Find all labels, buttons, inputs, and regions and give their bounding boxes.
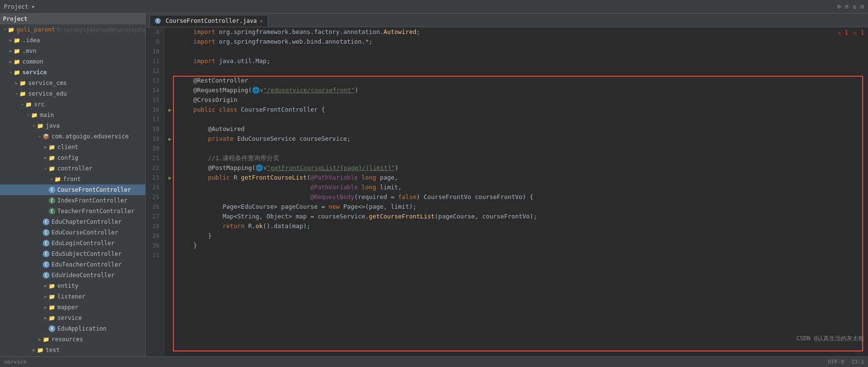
- chevron-icon: ▶: [8, 49, 14, 53]
- gutter-10: [165, 47, 175, 56]
- sidebar-item-course-front-controller[interactable]: C CourseFrontController: [0, 184, 145, 195]
- main-label: main: [40, 112, 54, 118]
- equals2: =: [322, 202, 329, 212]
- gutter-23[interactable]: ▶: [165, 173, 175, 183]
- line-num-23: 23: [146, 173, 162, 183]
- project-label[interactable]: Project: [4, 3, 29, 10]
- controller-icon: C: [49, 208, 55, 215]
- sidebar-item-package[interactable]: ▾ 📦 com.atguigu.eduservice: [0, 131, 145, 142]
- tab-close-button[interactable]: ×: [260, 18, 263, 24]
- var-course-service: courseService;: [299, 134, 350, 144]
- run-icon-2[interactable]: ▶: [169, 136, 172, 142]
- code-line-25: @RequestBody(required = false) CourseFro…: [179, 192, 868, 202]
- tree-root[interactable]: ▾ 📁 guli_parent D:\study\java\code\proje…: [0, 24, 145, 35]
- sidebar-item-edu-chapter-controller[interactable]: C EduChapterController: [0, 217, 145, 227]
- return-call: R.: [248, 221, 255, 231]
- sidebar-item-controller[interactable]: ▾ 📁 controller: [0, 163, 145, 174]
- gutter-18: [165, 124, 175, 134]
- sidebar-item-main[interactable]: ▾ 📁 main: [0, 110, 145, 120]
- import-path: org.springframework.beans.factory.annota…: [219, 27, 384, 37]
- line-num-26: 26: [146, 202, 162, 212]
- sidebar-item-service[interactable]: ▾ 📁 service: [0, 67, 145, 78]
- long-kw: long: [361, 173, 380, 183]
- line-num-24: 24: [146, 183, 162, 192]
- class-name-text: CourseFrontController: [241, 105, 322, 115]
- line-num-31: 31: [146, 250, 162, 260]
- globe-icon-inline: 🌐: [252, 85, 260, 95]
- code-line-15: @CrossOrigin: [179, 95, 868, 105]
- edu-chapter-controller-label: EduChapterController: [51, 218, 122, 225]
- line-num-13: 13: [146, 76, 162, 85]
- config-label: config: [57, 154, 78, 161]
- java-label: java: [46, 122, 60, 129]
- sidebar-item-java[interactable]: ▾ 📁 java: [0, 120, 145, 131]
- sidebar-item-edu-application[interactable]: ▶ A EduApplication: [0, 323, 145, 334]
- root-label: guli_parent: [17, 26, 55, 33]
- sidebar-item-config[interactable]: ▶ 📁 config: [0, 152, 145, 163]
- sidebar-item-edu-video-controller[interactable]: C EduVideoController: [0, 270, 145, 281]
- sidebar-item-test[interactable]: ▶ 📁 test: [0, 345, 145, 355]
- space: [179, 95, 193, 105]
- gutter-13: [165, 76, 175, 85]
- code-line-12: [179, 66, 868, 76]
- gutter-22: [165, 163, 175, 173]
- sidebar-item-client[interactable]: ▶ 📁 client: [0, 142, 145, 152]
- gutter-25: [165, 192, 175, 202]
- close-paren: ): [416, 192, 424, 202]
- class-icon: A: [49, 325, 55, 332]
- run-icon[interactable]: ▶: [169, 107, 172, 113]
- sidebar-item-mvn[interactable]: ▶ 📁 .mvn: [0, 46, 145, 56]
- edu-teacher-controller-label: EduTeacherController: [51, 261, 122, 268]
- tab-label: CourseFrontController.java: [166, 17, 257, 24]
- code-editor[interactable]: import org.springframework.beans.factory…: [175, 27, 868, 356]
- sidebar-item-mapper[interactable]: ▶ 📁 mapper: [0, 302, 145, 313]
- gutter-19[interactable]: ▶: [165, 134, 175, 144]
- sidebar-item-service-cms[interactable]: ▶ 📁 service_cms: [0, 78, 145, 88]
- project-chevron[interactable]: ▾: [32, 3, 35, 10]
- list-icon[interactable]: ≡: [845, 3, 849, 10]
- sidebar-item-front[interactable]: ▾ 📁 front: [0, 174, 145, 184]
- gutter-8: [165, 27, 175, 37]
- status-bar: service UTF-8 23:1: [0, 356, 868, 367]
- return-kw: return: [222, 221, 248, 231]
- space: [179, 153, 208, 163]
- edu-course-controller-label: EduCourseController: [51, 229, 118, 236]
- editor-area[interactable]: ⚠ 1 ⚠ 1 8 9 10 11 12 13 14 15 16 17 18: [146, 27, 868, 356]
- mapping-url: "/eduservice/coursefront": [263, 85, 355, 95]
- data-chain: ().data(map);: [263, 221, 310, 231]
- line-num-11: 11: [146, 56, 162, 66]
- map-var: map: [296, 212, 310, 221]
- tab-course-front-controller[interactable]: C CourseFrontController.java ×: [150, 15, 268, 27]
- sidebar-item-teacher-front-controller[interactable]: C TeacherFrontController: [0, 206, 145, 217]
- sidebar-item-resources[interactable]: ▶ 📁 resources: [0, 334, 145, 345]
- get-course-front-list: getCourseFrontList: [369, 212, 434, 221]
- sidebar-item-edu-login-controller[interactable]: C EduLoginController: [0, 238, 145, 249]
- page-type: Page<EduCourse>: [222, 202, 281, 212]
- gutter-16[interactable]: ▶: [165, 105, 175, 115]
- idea-label: .idea: [22, 37, 40, 44]
- line-num-27: 27: [146, 212, 162, 221]
- chevron-icon: ▶: [8, 38, 14, 43]
- folder-icon: 📁: [14, 37, 20, 44]
- client-label: client: [57, 144, 78, 150]
- code-line-27: Map<String, Object> map = courseService.…: [179, 212, 868, 221]
- folder-icon: 📁: [25, 101, 32, 108]
- add-icon[interactable]: ⊕: [837, 3, 841, 10]
- status-right: UTF-8 23:1: [828, 359, 864, 365]
- run-icon-3[interactable]: ▶: [169, 175, 172, 181]
- settings-icon[interactable]: ⚙: [860, 3, 864, 10]
- sidebar-item-edu-subject-controller[interactable]: C EduSubjectController: [0, 249, 145, 259]
- sidebar-item-edu-course-controller[interactable]: C EduCourseController: [0, 227, 145, 238]
- sidebar-item-service-folder[interactable]: ▶ 📁 service: [0, 313, 145, 323]
- sidebar-item-idea[interactable]: ▶ 📁 .idea: [0, 35, 145, 46]
- sidebar-item-index-front-controller[interactable]: C IndexFrontController: [0, 195, 145, 206]
- path-var-anno: @PathVariable: [310, 173, 358, 183]
- sidebar-item-entity[interactable]: ▶ 📁 entity: [0, 281, 145, 291]
- encoding: UTF-8: [828, 359, 844, 365]
- sidebar-item-edu-teacher-controller[interactable]: C EduTeacherController: [0, 259, 145, 270]
- sidebar-item-common[interactable]: ▶ 📁 common: [0, 56, 145, 67]
- sidebar-item-service-edu[interactable]: ▾ 📁 service_edu: [0, 88, 145, 99]
- sidebar-item-src[interactable]: ▾ 📁 src: [0, 99, 145, 110]
- sort-icon[interactable]: ⇅: [852, 3, 856, 10]
- sidebar-item-listener[interactable]: ▶ 📁 listener: [0, 291, 145, 302]
